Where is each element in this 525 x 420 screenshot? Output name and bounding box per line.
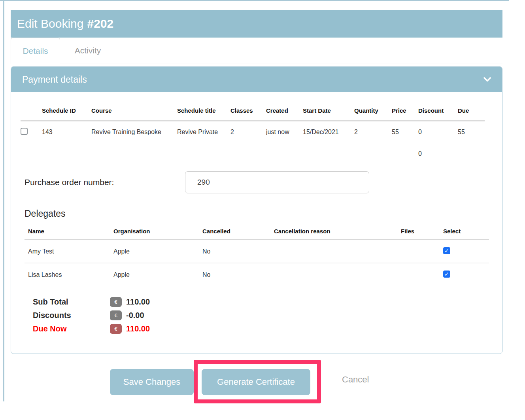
subtotal-value: 110.00 (126, 297, 150, 306)
generate-certificate-button[interactable]: Generate Certificate (202, 369, 310, 395)
schedule-title-cell: Revive Private (177, 121, 230, 143)
schedule-col-schedule-id: Schedule ID (42, 101, 91, 121)
quantity-cell: 2 (354, 121, 392, 143)
payment-details-header[interactable]: Payment details (11, 67, 502, 92)
schedule-row: ✓ 143 Revive Training Bespoke Revive Pri… (21, 121, 485, 143)
delegate-cancellation-reason (270, 263, 401, 286)
discounts-row: Discounts € -0.00 (33, 308, 493, 322)
tab-details[interactable]: Details (11, 38, 60, 64)
delegate-name: Lisa Lashes (25, 263, 110, 286)
purchase-order-input[interactable] (185, 171, 369, 193)
delegate-cancellation-reason (270, 240, 401, 263)
schedule-col-course: Course (91, 101, 177, 121)
subtotal-row: Sub Total € 110.00 (33, 295, 493, 308)
schedule-col-discount: Discount (418, 101, 458, 121)
schedule-col-price: Price (392, 101, 418, 121)
schedule-col-created: Created (266, 101, 303, 121)
delegate-organisation: Apple (110, 263, 199, 286)
save-changes-button[interactable]: Save Changes (110, 369, 194, 395)
created-cell: just now (266, 121, 303, 143)
due-cell: 55 (458, 121, 485, 143)
schedule-row-checkbox[interactable]: ✓ (21, 128, 28, 135)
delegate-row: Amy Test Apple No ✓ (25, 240, 489, 263)
price-cell: 55 (392, 121, 418, 143)
euro-icon: € (110, 297, 122, 307)
delegates-heading: Delegates (25, 208, 493, 219)
delegates-table: Name Organisation Cancelled Cancellation… (25, 223, 489, 286)
discount-cell: 0 (418, 121, 458, 143)
edit-booking-page: Edit Booking #202 Details Activity Payme… (11, 10, 502, 417)
tab-details-label: Details (23, 46, 48, 56)
delegate-files (401, 263, 443, 286)
page-title-text: Edit Booking (17, 17, 83, 30)
course-cell: Revive Training Bespoke (91, 121, 177, 143)
delegate-cancelled: No (199, 263, 270, 286)
schedule-col-classes: Classes (230, 101, 266, 121)
delegate-files (401, 240, 443, 263)
payment-details-panel: Payment details Schedule ID (11, 66, 502, 354)
page-top-border (0, 0, 509, 1)
purchase-order-row: Purchase order number: (25, 171, 493, 193)
tab-activity-label: Activity (75, 46, 101, 55)
delegates-col-name: Name (25, 223, 110, 240)
delegate-organisation: Apple (110, 240, 199, 263)
delegates-header-row: Name Organisation Cancelled Cancellation… (25, 223, 489, 240)
delegate-row: Lisa Lashes Apple No ✓ (25, 263, 489, 286)
delegate-select-checkbox[interactable]: ✓ (443, 271, 450, 278)
schedule-col-schedule-title: Schedule title (177, 101, 230, 121)
tab-bar: Details Activity (11, 38, 502, 64)
totals-block: Sub Total € 110.00 Discounts € -0.00 Due… (33, 295, 493, 335)
schedule-table: Schedule ID Course Schedule title Classe… (21, 101, 485, 165)
check-icon: ✓ (444, 248, 449, 254)
schedule-discount-total-row: 0 (21, 143, 485, 165)
chevron-down-icon[interactable] (483, 77, 491, 82)
schedule-col-start-date: Start Date (303, 101, 354, 121)
delegates-col-cancelled: Cancelled (199, 223, 270, 240)
schedule-col-due: Due (458, 101, 485, 121)
subtotal-label: Sub Total (33, 297, 110, 306)
delegates-col-files: Files (401, 223, 443, 240)
delegates-col-organisation: Organisation (110, 223, 199, 240)
cancel-link[interactable]: Cancel (342, 375, 369, 385)
check-icon: ✓ (444, 271, 449, 277)
delegates-col-cancellation-reason: Cancellation reason (270, 223, 401, 240)
footer-actions: Save Changes Generate Certificate Cancel (11, 354, 502, 417)
page-title: Edit Booking #202 (11, 10, 502, 38)
delegates-col-select: Select (443, 223, 489, 240)
schedule-id-cell: 143 (42, 121, 91, 143)
discounts-label: Discounts (33, 311, 110, 320)
euro-icon: € (110, 324, 122, 334)
payment-details-title: Payment details (22, 74, 87, 85)
delegate-cancelled: No (199, 240, 270, 263)
delegate-select-checkbox[interactable]: ✓ (443, 247, 450, 254)
payment-details-content: Schedule ID Course Schedule title Classe… (11, 92, 502, 335)
schedule-col-checkbox (21, 101, 42, 121)
start-date-cell: 15/Dec/2021 (303, 121, 354, 143)
schedule-header-row: Schedule ID Course Schedule title Classe… (21, 101, 485, 121)
page-left-border (3, 0, 4, 401)
discount-total-cell: 0 (418, 143, 458, 165)
discounts-value: -0.00 (126, 311, 144, 320)
due-now-value: 110.00 (126, 324, 150, 333)
classes-cell: 2 (230, 121, 266, 143)
purchase-order-label: Purchase order number: (25, 178, 185, 187)
due-now-label: Due Now (33, 324, 110, 333)
booking-number: #202 (87, 17, 113, 30)
delegate-name: Amy Test (25, 240, 110, 263)
tab-activity[interactable]: Activity (60, 38, 115, 64)
euro-icon: € (110, 310, 122, 320)
schedule-col-quantity: Quantity (354, 101, 392, 121)
due-now-row: Due Now € 110.00 (33, 322, 493, 335)
